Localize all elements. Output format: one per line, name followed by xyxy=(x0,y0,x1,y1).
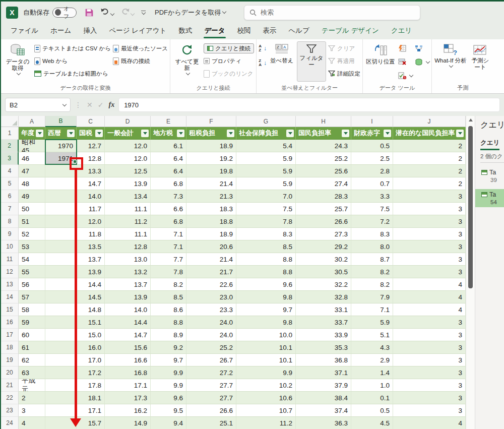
cell-G12[interactable]: 8.8 xyxy=(236,266,296,278)
tab-help[interactable]: ヘルプ xyxy=(283,23,315,39)
filter-dropdown-button[interactable] xyxy=(286,130,294,137)
cell-D24[interactable]: 14.9 xyxy=(105,417,151,429)
cell-G16[interactable]: 9.8 xyxy=(236,316,296,329)
cell-D3[interactable]: 12.0 xyxy=(105,152,151,165)
queries-connections-button[interactable]: クエリと接続 xyxy=(204,43,254,53)
cell-F4[interactable]: 19.8 xyxy=(186,165,236,177)
cell-F20[interactable]: 27.2 xyxy=(186,366,236,379)
cell-E15[interactable]: 8.6 xyxy=(151,303,186,316)
cell-E9[interactable]: 7.1 xyxy=(151,228,186,240)
text-to-columns-button[interactable]: 区切り位置 xyxy=(365,41,396,65)
cell-A4[interactable]: 47 xyxy=(19,165,45,177)
cell-I21[interactable]: 1.0 xyxy=(351,379,393,392)
cell-D14[interactable]: 13.9 xyxy=(105,291,151,303)
cell-J11[interactable]: 3 xyxy=(393,253,466,266)
save-icon[interactable] xyxy=(85,8,94,17)
cell-J3[interactable]: 2 xyxy=(393,152,466,165)
cell-E4[interactable]: 6.4 xyxy=(151,165,186,177)
cell-J24[interactable]: 4 xyxy=(393,417,466,429)
cell-H5[interactable]: 27.4 xyxy=(296,177,351,190)
cell-B19[interactable] xyxy=(45,354,77,366)
cell-B2[interactable]: 1970 xyxy=(45,140,77,152)
cell-J17[interactable]: 3 xyxy=(393,329,466,341)
cell-A15[interactable]: 58 xyxy=(19,303,45,316)
cell-G5[interactable]: 5.9 xyxy=(236,177,296,190)
cell-F19[interactable]: 26.7 xyxy=(186,354,236,366)
row-header-17[interactable]: 17 xyxy=(1,329,19,341)
cell-H16[interactable]: 33.7 xyxy=(296,316,351,329)
row-header-13[interactable]: 13 xyxy=(1,278,19,291)
row-header-3[interactable]: 3 xyxy=(1,152,19,165)
cell-H23[interactable]: 37.4 xyxy=(296,404,351,417)
cell-F23[interactable]: 26.6 xyxy=(186,404,236,417)
cell-A10[interactable]: 53 xyxy=(19,240,45,253)
row-header-20[interactable]: 20 xyxy=(1,366,19,379)
filter-dropdown-button[interactable] xyxy=(67,130,75,137)
cell-G4[interactable]: 5.9 xyxy=(236,165,296,177)
sort-button[interactable]: ZA 並べ替え xyxy=(269,41,295,64)
cell-H2[interactable]: 24.3 xyxy=(296,140,351,152)
sort-ascending-button[interactable]: AZ↓ xyxy=(259,43,267,53)
filter-dropdown-button[interactable] xyxy=(36,130,43,137)
cell-I13[interactable]: 8.2 xyxy=(351,278,393,291)
cell-C15[interactable]: 14.8 xyxy=(77,303,105,316)
cell-E8[interactable]: 6.8 xyxy=(151,215,186,228)
tab-query[interactable]: クエリ xyxy=(386,23,417,39)
cell-F3[interactable]: 19.2 xyxy=(186,152,236,165)
advanced-filter-button[interactable]: 詳細設定 xyxy=(328,69,360,79)
cell-D23[interactable]: 16.2 xyxy=(105,404,151,417)
cell-E12[interactable]: 7.8 xyxy=(151,266,186,278)
cell-J13[interactable]: 4 xyxy=(393,278,466,291)
search-input[interactable]: 検索 xyxy=(244,5,420,20)
cell-A6[interactable]: 49 xyxy=(19,190,45,203)
column-header-A[interactable]: A xyxy=(19,116,45,127)
tab-review[interactable]: 校閲 xyxy=(232,23,257,39)
cell-E3[interactable]: 6.4 xyxy=(151,152,186,165)
workbook-links-button[interactable]: ブックのリンク xyxy=(204,69,254,79)
cell-I15[interactable]: 7.1 xyxy=(351,303,393,316)
cell-B7[interactable] xyxy=(45,203,77,215)
cell-D4[interactable]: 12.5 xyxy=(105,165,151,177)
row-header-1[interactable]: 1 xyxy=(1,127,19,140)
row-header-18[interactable]: 18 xyxy=(1,341,19,354)
cell-C16[interactable]: 15.1 xyxy=(77,316,105,329)
cell-H12[interactable]: 30.5 xyxy=(296,266,351,278)
cell-E10[interactable]: 7.1 xyxy=(151,240,186,253)
cell-I17[interactable]: 5.1 xyxy=(351,329,393,341)
cell-B18[interactable] xyxy=(45,341,77,354)
filter-dropdown-button[interactable] xyxy=(95,130,103,137)
tab-page-layout[interactable]: ページ レイアウト xyxy=(103,23,172,39)
cell-H20[interactable]: 37.1 xyxy=(296,366,351,379)
cell-I8[interactable]: 7.2 xyxy=(351,215,393,228)
filter-dropdown-button[interactable] xyxy=(141,130,149,137)
tab-home[interactable]: ホーム xyxy=(45,23,77,39)
cell-I12[interactable]: 8.2 xyxy=(351,266,393,278)
cell-A20[interactable]: 63 xyxy=(19,366,45,379)
cell-I3[interactable]: 2.5 xyxy=(351,152,393,165)
recent-sources-button[interactable]: 最近使ったソース xyxy=(113,43,168,53)
cell-D13[interactable]: 13.7 xyxy=(105,278,151,291)
cell-I7[interactable]: 7.5 xyxy=(351,203,393,215)
cell-A2[interactable]: 昭和45 xyxy=(19,140,45,152)
from-web-button[interactable]: Web から xyxy=(34,56,111,66)
cell-H3[interactable]: 25.2 xyxy=(296,152,351,165)
cell-J16[interactable]: 3 xyxy=(393,316,466,329)
cell-H13[interactable]: 32.2 xyxy=(296,278,351,291)
cell-F16[interactable]: 24.0 xyxy=(186,316,236,329)
pdf-get-data-button[interactable]: PDFからデータを取得 xyxy=(155,8,226,17)
cell-J8[interactable]: 3 xyxy=(393,215,466,228)
cell-I14[interactable]: 7.9 xyxy=(351,291,393,303)
cell-J2[interactable]: 2 xyxy=(393,140,466,152)
cell-A11[interactable]: 54 xyxy=(19,253,45,266)
cell-B10[interactable] xyxy=(45,240,77,253)
cell-H11[interactable]: 30.2 xyxy=(296,253,351,266)
cell-C6[interactable]: 14.0 xyxy=(77,190,105,203)
cell-A18[interactable]: 61 xyxy=(19,341,45,354)
cell-J10[interactable]: 3 xyxy=(393,240,466,253)
cell-A8[interactable]: 51 xyxy=(19,215,45,228)
cell-D17[interactable]: 14.7 xyxy=(105,329,151,341)
data-model-button[interactable] xyxy=(415,57,429,67)
cell-D16[interactable]: 14.4 xyxy=(105,316,151,329)
select-all-corner[interactable] xyxy=(1,116,19,127)
cell-D20[interactable]: 16.8 xyxy=(105,366,151,379)
